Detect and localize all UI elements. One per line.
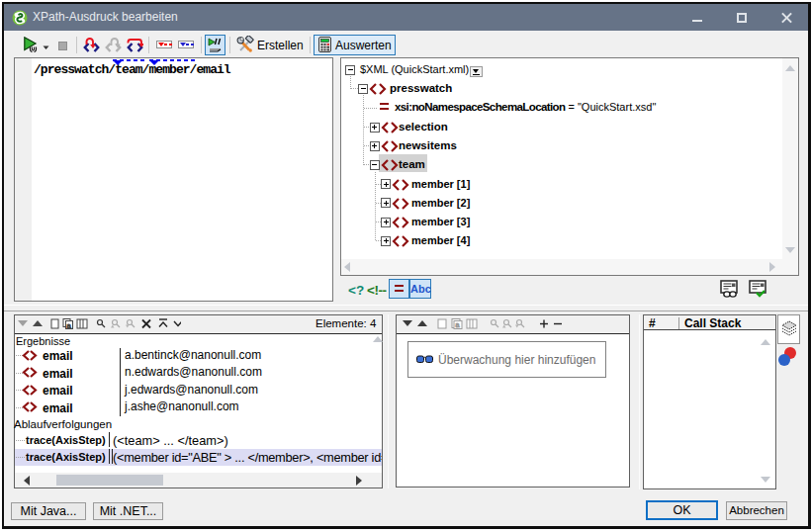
svg-text:a: a xyxy=(456,321,460,328)
